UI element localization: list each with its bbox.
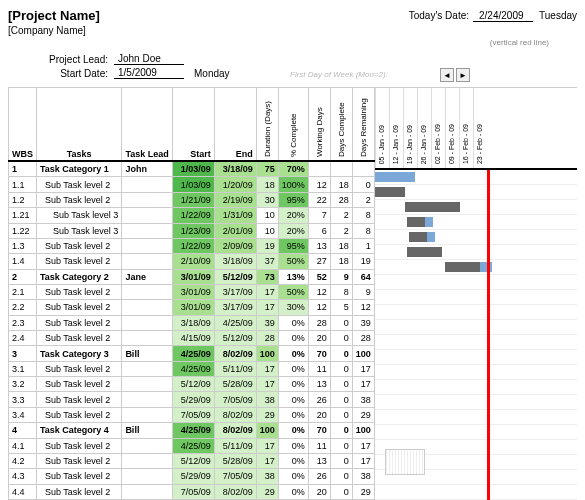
cell-duration[interactable]: 18 [256,177,278,192]
cell-dc[interactable]: 0 [330,469,352,484]
cell-wd[interactable]: 20 [308,484,330,499]
cell-dr[interactable]: 29 [352,484,374,499]
gantt-bar[interactable] [407,247,442,257]
task-row[interactable]: 3.4Sub Task level 27/05/098/02/09290%200… [9,407,375,422]
cell-duration[interactable]: 17 [256,377,278,392]
cell-task[interactable]: Sub Task level 2 [37,177,122,192]
cell-wbs[interactable]: 3.1 [9,361,37,376]
cell-pct[interactable]: 0% [278,346,308,361]
cell-task[interactable]: Sub Task level 2 [37,315,122,330]
cell-task[interactable]: Sub Task level 2 [37,361,122,376]
cell-dc[interactable]: 0 [330,377,352,392]
cell-lead[interactable] [122,331,172,346]
cell-lead[interactable] [122,208,172,223]
cell-dr[interactable]: 12 [352,300,374,315]
cell-end[interactable]: 8/02/09 [214,423,256,438]
cell-duration[interactable]: 37 [256,254,278,269]
cell-dc[interactable]: 0 [330,346,352,361]
cell-start[interactable]: 1/03/09 [172,161,214,177]
cell-duration[interactable]: 17 [256,453,278,468]
cell-dc[interactable]: 0 [330,361,352,376]
cell-wbs[interactable]: 1.4 [9,254,37,269]
cell-end[interactable]: 4/25/09 [214,315,256,330]
cell-end[interactable]: 2/09/09 [214,238,256,253]
cell-wd[interactable]: 12 [308,177,330,192]
gantt-row[interactable] [375,275,577,290]
cell-end[interactable]: 5/11/09 [214,438,256,453]
cell-wd[interactable]: 13 [308,453,330,468]
gantt-bar[interactable] [480,262,492,272]
cell-end[interactable]: 5/12/09 [214,331,256,346]
cell-start[interactable]: 3/18/09 [172,315,214,330]
cell-dr[interactable]: 38 [352,469,374,484]
task-row[interactable]: 1.3Sub Task level 21/22/092/09/091995%13… [9,238,375,253]
cell-wd[interactable]: 12 [308,300,330,315]
cell-task[interactable]: Sub Task level 2 [37,438,122,453]
scroll-left-button[interactable]: ◄ [440,68,454,82]
cell-duration[interactable]: 38 [256,392,278,407]
cell-duration[interactable]: 38 [256,469,278,484]
task-row[interactable]: 1.4Sub Task level 22/10/093/18/093750%27… [9,254,375,269]
cell-dr[interactable]: 28 [352,331,374,346]
cell-end[interactable]: 8/02/09 [214,484,256,499]
cell-start[interactable]: 3/01/09 [172,284,214,299]
task-row[interactable]: 1.2Sub Task level 21/21/092/19/093095%22… [9,192,375,207]
cell-task[interactable]: Sub Task level 2 [37,284,122,299]
cell-dr[interactable]: 39 [352,315,374,330]
cell-wbs[interactable]: 3.4 [9,407,37,422]
cell-duration[interactable]: 29 [256,484,278,499]
task-row[interactable]: 1.21Sub Task level 31/22/091/31/091020%7… [9,208,375,223]
cell-lead[interactable] [122,361,172,376]
cell-lead[interactable] [122,377,172,392]
task-row[interactable]: 2.1Sub Task level 23/01/093/17/091750%12… [9,284,375,299]
cell-lead[interactable] [122,315,172,330]
task-row[interactable]: 3Task Category 3Bill4/25/098/02/091000%7… [9,346,375,361]
cell-task[interactable]: Sub Task level 2 [37,192,122,207]
cell-wbs[interactable]: 4.1 [9,438,37,453]
start-value[interactable]: 1/5/2009 [114,67,184,79]
cell-duration[interactable]: 29 [256,407,278,422]
cell-start[interactable]: 4/15/09 [172,331,214,346]
gantt-row[interactable] [375,245,577,260]
cell-task[interactable]: Sub Task level 2 [37,377,122,392]
cell-start[interactable]: 7/05/09 [172,484,214,499]
cell-end[interactable]: 3/18/09 [214,254,256,269]
cell-pct[interactable]: 0% [278,392,308,407]
cell-lead[interactable]: Jane [122,269,172,284]
cell-lead[interactable] [122,392,172,407]
gantt-row[interactable] [375,290,577,305]
cell-lead[interactable] [122,407,172,422]
cell-wd[interactable]: 7 [308,208,330,223]
cell-wbs[interactable]: 4.3 [9,469,37,484]
cell-pct[interactable]: 50% [278,254,308,269]
cell-pct[interactable]: 13% [278,269,308,284]
cell-dr[interactable]: 17 [352,453,374,468]
cell-dr[interactable] [352,161,374,177]
cell-wd[interactable]: 28 [308,315,330,330]
cell-dr[interactable]: 38 [352,392,374,407]
cell-duration[interactable]: 10 [256,208,278,223]
cell-lead[interactable] [122,223,172,238]
cell-dc[interactable]: 5 [330,300,352,315]
gantt-row[interactable] [375,470,577,485]
cell-dr[interactable]: 17 [352,361,374,376]
gantt-bar[interactable] [427,232,435,242]
cell-end[interactable]: 7/05/09 [214,469,256,484]
cell-wbs[interactable]: 1 [9,161,37,177]
scroll-right-button[interactable]: ► [456,68,470,82]
cell-end[interactable]: 5/12/09 [214,269,256,284]
cell-pct[interactable]: 50% [278,284,308,299]
cell-lead[interactable] [122,254,172,269]
cell-task[interactable]: Sub Task level 2 [37,238,122,253]
gantt-row[interactable] [375,335,577,350]
gantt-bar[interactable] [375,187,405,197]
cell-dr[interactable]: 100 [352,423,374,438]
cell-wbs[interactable]: 4.4 [9,484,37,499]
task-row[interactable]: 4.3Sub Task level 25/29/097/05/09380%260… [9,469,375,484]
cell-pct[interactable]: 20% [278,208,308,223]
cell-wd[interactable] [308,161,330,177]
cell-wd[interactable]: 27 [308,254,330,269]
cell-start[interactable]: 1/22/09 [172,238,214,253]
task-row[interactable]: 1.22Sub Task level 31/23/092/01/091020%6… [9,223,375,238]
cell-pct[interactable]: 0% [278,438,308,453]
